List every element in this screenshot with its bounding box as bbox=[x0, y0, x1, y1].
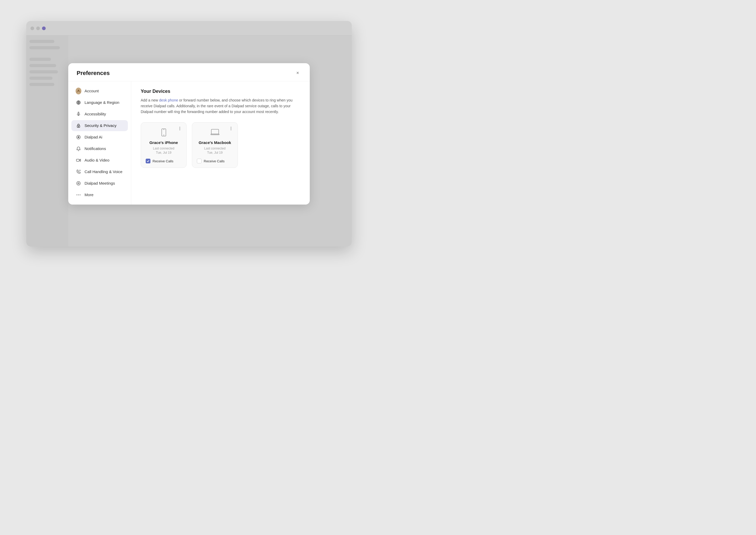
macbook-receive-calls-checkbox[interactable] bbox=[197, 159, 201, 163]
content-area: Your Devices Add a new desk phone or for… bbox=[131, 81, 310, 205]
sidebar-item-dialpad-ai[interactable]: Dialpad Ai bbox=[72, 132, 128, 143]
more-icon bbox=[76, 192, 81, 198]
macbook-last-connected: Last connected Tue, Jul 19 bbox=[197, 146, 233, 155]
account-icon bbox=[76, 88, 81, 94]
security-label: Security & Privacy bbox=[84, 123, 117, 128]
svg-point-4 bbox=[78, 126, 79, 127]
preferences-modal: Preferences × bbox=[68, 63, 310, 205]
iphone-receive-calls-checkbox[interactable] bbox=[146, 159, 150, 163]
iphone-last-connected: Last connected Tue, Jul 19 bbox=[146, 146, 182, 155]
preferences-nav: Account Language & Region bbox=[68, 81, 131, 205]
sidebar-item-accessibility[interactable]: Accessibility bbox=[72, 109, 128, 120]
dialpad-ai-label: Dialpad Ai bbox=[84, 135, 103, 139]
iphone-last-connected-label: Last connected bbox=[153, 147, 174, 150]
macbook-receive-calls-row: Receive Calls bbox=[197, 159, 233, 163]
sidebar-item-language[interactable]: Language & Region bbox=[72, 97, 128, 108]
svg-point-12 bbox=[80, 194, 80, 195]
iphone-receive-calls-row: Receive Calls bbox=[146, 159, 182, 163]
svg-point-8 bbox=[76, 182, 80, 185]
section-description: Add a new desk phone or forward number b… bbox=[141, 97, 300, 115]
svg-point-9 bbox=[78, 183, 79, 184]
language-label: Language & Region bbox=[84, 100, 119, 105]
device-menu-button-iphone[interactable] bbox=[176, 126, 183, 132]
section-title: Your Devices bbox=[141, 89, 300, 94]
description-part1: Add a new bbox=[141, 98, 159, 102]
macbook-name: Grace's Macbook bbox=[197, 140, 233, 145]
sidebar-item-dialpad-meetings[interactable]: Dialpad Meetings bbox=[72, 178, 128, 189]
language-icon bbox=[76, 100, 81, 105]
iphone-last-connected-date: Tue, Jul 19 bbox=[156, 151, 171, 155]
svg-point-20 bbox=[231, 128, 231, 129]
modal-title: Preferences bbox=[76, 70, 110, 76]
sidebar-item-security[interactable]: Security & Privacy bbox=[72, 120, 128, 131]
sidebar-item-account[interactable]: Account bbox=[72, 86, 128, 97]
svg-point-0 bbox=[78, 90, 79, 91]
dialpad-ai-icon bbox=[76, 134, 81, 140]
device-card-iphone: Grace's iPhone Last connected Tue, Jul 1… bbox=[141, 122, 187, 168]
dialpad-meetings-icon bbox=[76, 181, 81, 186]
svg-point-14 bbox=[180, 128, 180, 129]
svg-point-11 bbox=[78, 194, 79, 195]
svg-point-21 bbox=[231, 129, 231, 130]
account-label: Account bbox=[84, 89, 99, 93]
app-window: Preferences × bbox=[26, 21, 352, 246]
svg-point-10 bbox=[76, 194, 77, 195]
svg-point-19 bbox=[231, 127, 231, 127]
device-menu-button-macbook[interactable] bbox=[227, 126, 234, 132]
modal-overlay: Preferences × bbox=[26, 21, 352, 246]
devices-grid: Grace's iPhone Last connected Tue, Jul 1… bbox=[141, 122, 300, 168]
notifications-icon bbox=[76, 146, 81, 152]
accessibility-icon bbox=[76, 111, 81, 117]
svg-point-15 bbox=[180, 129, 180, 130]
desk-phone-link[interactable]: desk phone bbox=[159, 98, 178, 102]
iphone-receive-calls-label: Receive Calls bbox=[153, 159, 173, 163]
audio-video-label: Audio & Video bbox=[84, 158, 109, 162]
more-label: More bbox=[84, 192, 93, 197]
svg-point-18 bbox=[163, 134, 164, 135]
macbook-receive-calls-label: Receive Calls bbox=[204, 159, 225, 163]
close-modal-button[interactable]: × bbox=[294, 70, 301, 77]
call-handling-icon bbox=[76, 169, 81, 175]
sidebar-item-notifications[interactable]: Notifications bbox=[72, 143, 128, 154]
svg-point-2 bbox=[78, 112, 79, 113]
iphone-name: Grace's iPhone bbox=[146, 140, 182, 145]
svg-point-13 bbox=[180, 127, 180, 127]
sidebar-item-call-handling[interactable]: Call Handling & Voice bbox=[72, 166, 128, 177]
modal-body: Account Language & Region bbox=[68, 81, 310, 205]
notifications-label: Notifications bbox=[84, 146, 106, 151]
macbook-last-connected-date: Tue, Jul 19 bbox=[207, 151, 223, 155]
device-card-macbook: Grace's Macbook Last connected Tue, Jul … bbox=[192, 122, 238, 168]
sidebar-item-more[interactable]: More bbox=[72, 189, 128, 200]
security-icon bbox=[76, 123, 81, 128]
audio-video-icon bbox=[76, 157, 81, 163]
call-handling-label: Call Handling & Voice bbox=[84, 169, 122, 174]
accessibility-label: Accessibility bbox=[84, 112, 106, 116]
macbook-last-connected-label: Last connected bbox=[204, 147, 226, 150]
svg-rect-22 bbox=[211, 129, 219, 134]
svg-rect-7 bbox=[76, 159, 79, 161]
dialpad-meetings-label: Dialpad Meetings bbox=[84, 181, 115, 185]
modal-header: Preferences × bbox=[68, 63, 310, 81]
sidebar-item-audio-video[interactable]: Audio & Video bbox=[72, 155, 128, 166]
